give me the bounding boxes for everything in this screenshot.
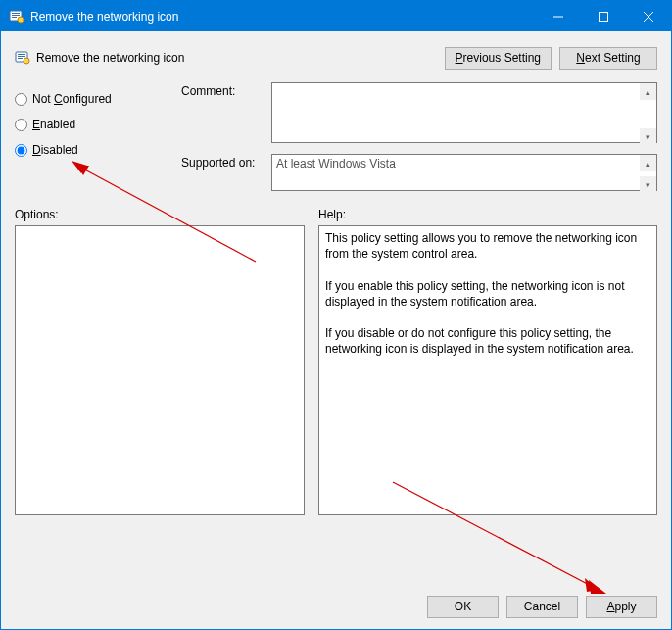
help-pane: This policy setting allows you to remove…	[318, 225, 657, 515]
not-configured-radio[interactable]	[15, 93, 27, 106]
header-row: Remove the networking icon Previous Sett…	[15, 41, 657, 74]
titlebar: Remove the networking icon	[1, 1, 671, 31]
supported-scrollbar[interactable]: ▴ ▾	[640, 155, 656, 193]
svg-rect-1	[12, 13, 20, 14]
enabled-radio[interactable]	[15, 119, 27, 131]
help-label: Help:	[318, 208, 346, 221]
pane-labels: Options: Help:	[15, 208, 657, 221]
enabled-label[interactable]: Enabled	[32, 118, 75, 131]
svg-rect-6	[600, 12, 608, 21]
policy-title: Remove the networking icon	[36, 51, 445, 65]
comment-scrollbar[interactable]: ▴ ▾	[640, 83, 656, 145]
not-configured-label[interactable]: Not Configured	[32, 92, 112, 106]
policy-icon	[15, 50, 30, 66]
next-setting-button[interactable]: Next Setting	[559, 47, 657, 70]
panes: This policy setting allows you to remove…	[15, 225, 657, 515]
svg-rect-12	[18, 58, 23, 59]
svg-rect-10	[18, 54, 25, 55]
options-label: Options:	[15, 208, 305, 221]
close-button[interactable]	[626, 1, 671, 31]
settings-area: Not Configured Enabled Disabled Comment:	[15, 74, 657, 202]
options-pane	[15, 225, 305, 515]
ok-button[interactable]: OK	[427, 596, 499, 618]
apply-button[interactable]: Apply	[586, 596, 657, 618]
state-radio-group: Not Configured Enabled Disabled	[15, 86, 171, 163]
scroll-up-icon[interactable]: ▴	[640, 83, 656, 100]
svg-rect-11	[18, 56, 25, 57]
disabled-label[interactable]: Disabled	[32, 143, 78, 157]
supported-on-label: Supported on:	[181, 154, 271, 194]
scroll-down-icon[interactable]: ▾	[640, 176, 656, 193]
svg-rect-3	[12, 17, 17, 18]
disabled-radio[interactable]	[15, 144, 27, 157]
policy-dialog-window: Remove the networking icon Remove the ne…	[0, 0, 672, 630]
comment-label: Comment:	[181, 82, 271, 146]
supported-on-text	[271, 154, 657, 191]
minimize-button[interactable]	[536, 1, 581, 31]
svg-rect-2	[12, 15, 20, 16]
maximize-button[interactable]	[581, 1, 626, 31]
previous-setting-button[interactable]: Previous Setting	[445, 47, 552, 70]
svg-point-4	[18, 17, 24, 23]
cancel-button[interactable]: Cancel	[506, 596, 578, 618]
policy-icon	[9, 9, 24, 24]
window-controls	[536, 1, 671, 31]
dialog-content: Remove the networking icon Previous Sett…	[1, 31, 671, 584]
comment-textarea[interactable]	[271, 82, 657, 143]
svg-point-13	[24, 58, 29, 64]
dialog-footer: OK Cancel Apply	[1, 584, 671, 629]
scroll-up-icon[interactable]: ▴	[640, 155, 656, 171]
scroll-down-icon[interactable]: ▾	[640, 128, 656, 145]
window-title: Remove the networking icon	[30, 10, 536, 24]
